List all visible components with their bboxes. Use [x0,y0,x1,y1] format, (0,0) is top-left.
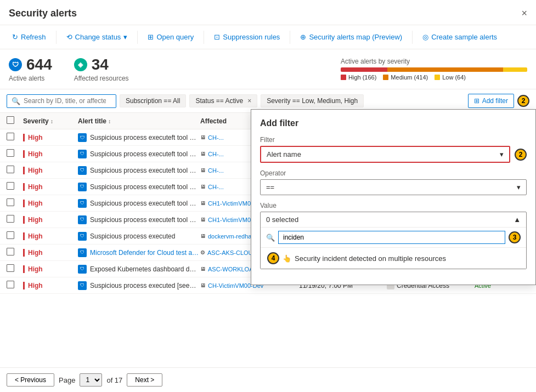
toolbar: ↻ Refresh ⟲ Change status ▾ ⊞ Open query… [0,25,536,49]
severity-cell: High [23,134,78,141]
affected-resources-stat: ◈ 34 Affected resources [74,56,129,82]
severity-bar [341,67,527,72]
severity-cell: High [23,167,78,174]
alert-shield-icon: 🛡 [78,248,87,257]
panel-header: Security alerts × [0,0,536,25]
chart-title: Active alerts by severity [341,58,527,65]
filter-field-filter: Filter Alert name ▾ 2 [260,136,527,163]
value-box: 0 selected ▲ 🔍 3 4 👆 Security [260,212,527,269]
alert-shield-icon: 🛡 [78,265,87,274]
alert-shield-icon: 🛡 [78,281,87,290]
filter-select-dropdown[interactable]: Alert name ▾ [260,146,510,163]
step-badge-3: 3 [509,231,521,243]
active-alerts-stat: 🛡 644 Active alerts [9,56,52,82]
create-sample-button[interactable]: ◎ Create sample alerts [417,30,503,44]
value-option-item[interactable]: 4 👆 Security incident detected on multip… [261,248,526,269]
cursor-icon: 👆 [283,254,291,263]
value-search-row: 🔍 3 [261,227,526,248]
title-cell: 🛡 Microsoft Defender for Cloud test ac..… [78,248,200,257]
shield-teal-icon: ◈ [74,58,87,71]
high-dot [341,75,346,80]
previous-button[interactable]: < Previous [7,373,54,387]
high-bar [341,67,387,72]
value-field-label: Value [260,202,527,209]
low-legend: Low (64) [435,74,466,81]
row-checkbox[interactable] [7,231,14,239]
pagination-footer: < Previous Page 1 of 17 Next > [0,367,536,392]
medium-bar [387,67,503,72]
row-checkbox[interactable] [7,281,14,288]
row-checkbox[interactable] [7,198,14,206]
refresh-button[interactable]: ↻ Refresh [7,30,52,44]
search-input[interactable] [24,97,106,105]
medium-dot [383,75,388,80]
col-header-severity[interactable]: Severity ↕ [23,117,78,125]
row-checkbox[interactable] [7,248,14,255]
value-header[interactable]: 0 selected ▲ [261,212,526,227]
search-box[interactable]: 🔍 [7,94,116,108]
stats-row: 🛡 644 Active alerts ◈ 34 Affected resour… [0,49,536,89]
low-label: Low (64) [442,74,466,81]
next-button[interactable]: Next > [127,373,162,387]
severity-legend: High (166) Medium (414) Low (64) [341,74,527,81]
filter-icon: ⊞ [474,97,479,105]
close-button[interactable]: × [521,8,527,19]
add-filter-button[interactable]: ⊞ Add filter [468,94,514,108]
severity-cell: High [23,249,78,257]
row-checkbox[interactable] [7,215,14,223]
alert-shield-icon: 🛡 [78,166,87,175]
severity-cell: High [23,282,78,289]
shield-blue-icon: 🛡 [9,58,22,71]
affected-resources-label: Affected resources [74,75,129,82]
severity-cell: High [23,150,78,158]
col-header-alert-title[interactable]: Alert title ↕ [78,117,200,125]
title-cell: 🛡 Suspicious process executed [seen ... [78,281,200,290]
panel-title: Security alerts [9,8,77,19]
row-checkbox[interactable] [7,133,14,140]
toolbar-separator-2 [137,31,138,44]
severity-cell: High [23,265,78,273]
filter-row: 🔍 Subscription == All Status == Active ×… [0,89,536,113]
operator-dropdown[interactable]: == ▾ [260,179,527,195]
status-filter-close-icon[interactable]: × [247,97,251,105]
severity-filter-chip[interactable]: Severity == Low, Medium, High [261,94,364,107]
step-badge-1: 2 [517,95,529,107]
row-checkbox[interactable] [7,149,14,157]
change-status-icon: ⟲ [66,33,72,41]
high-legend: High (166) [341,74,376,81]
add-filter-panel: Add filter Filter Alert name ▾ 2 Operato… [251,109,536,285]
title-cell: 🛡 Suspicious process executeft tool ex..… [78,199,200,208]
title-cell: 🛡 Suspicious process executeft tool ex..… [78,215,200,224]
value-search-input[interactable] [278,231,505,244]
filter-field-operator: Operator == ▾ [260,169,527,195]
status-filter-chip[interactable]: Status == Active × [189,94,257,107]
subscription-filter-chip[interactable]: Subscription == All [120,94,186,107]
alert-shield-icon: 🛡 [78,199,87,208]
select-all-checkbox[interactable] [7,116,23,126]
open-query-button[interactable]: ⊞ Open query [142,30,199,44]
step-badge-2: 2 [515,149,527,161]
row-checkbox[interactable] [7,182,14,190]
alert-shield-icon: 🛡 [78,133,87,142]
medium-legend: Medium (414) [383,74,428,81]
low-bar [503,67,527,72]
chevron-down-icon-filter: ▾ [500,150,504,158]
title-cell: 🛡 Suspicious process executeft tool ex..… [78,133,200,142]
sort-icon-severity: ↕ [50,118,53,124]
change-status-button[interactable]: ⟲ Change status ▾ [61,30,133,44]
low-dot [435,75,440,80]
row-checkbox[interactable] [7,166,14,173]
row-checkbox[interactable] [7,264,14,272]
medium-label: Medium (414) [391,74,428,81]
suppression-rules-button[interactable]: ⊡ Suppression rules [208,30,285,44]
page-select[interactable]: 1 [80,373,102,387]
operator-field-label: Operator [260,169,527,177]
option-text: Security incident detected on multiple r… [295,254,446,263]
severity-chart: Active alerts by severity High (166) Med… [341,58,527,81]
affected-resources-count: 34 [92,56,109,73]
sort-icon-title: ↕ [108,118,111,124]
high-label: High (166) [348,74,376,81]
total-pages-label: of 17 [106,376,122,384]
security-alerts-map-button[interactable]: ⊕ Security alerts map (Preview) [295,30,408,44]
title-cell: 🛡 Exposed Kubernetes dashboard det... [78,265,200,274]
